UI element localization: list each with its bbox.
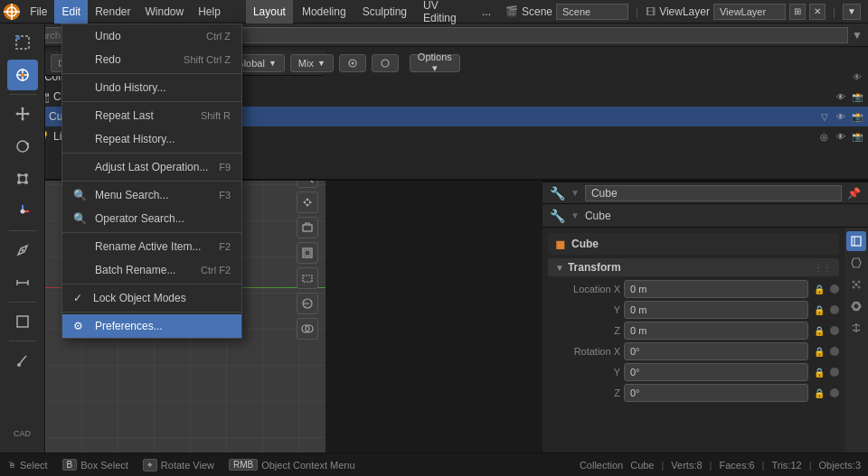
prop-tab-physics[interactable] — [846, 296, 866, 316]
tool-select-box[interactable] — [7, 27, 38, 58]
light-render-icon[interactable]: 📸 — [850, 129, 864, 144]
menu-redo[interactable]: Redo Shift Ctrl Z — [62, 48, 241, 71]
location-y-lock[interactable]: 🔒 — [812, 303, 826, 317]
cube-eye-icon[interactable]: 👁 — [834, 109, 848, 124]
cube-render-icon[interactable]: 📸 — [850, 109, 864, 124]
tool-cad[interactable]: CAD — [7, 418, 38, 449]
tab-more[interactable]: ... — [475, 0, 498, 23]
undo-shortcut: Ctrl Z — [206, 31, 231, 42]
rotation-x-input[interactable]: 0° — [624, 342, 808, 360]
rotation-z-input[interactable]: 0° — [624, 384, 808, 402]
collection-eye-icon[interactable]: 👁 — [850, 70, 864, 84]
tool-grease-pencil[interactable] — [7, 345, 38, 376]
camera-perspective-btn[interactable] — [297, 217, 318, 238]
pan-btn[interactable] — [297, 191, 318, 213]
prop-object-name-bar: ◼ Cube — [548, 233, 839, 255]
tool-move[interactable] — [7, 98, 38, 129]
menu-operator-search[interactable]: 🔍 Operator Search... — [62, 207, 241, 230]
tab-layout[interactable]: Layout — [246, 0, 293, 23]
menu-undo[interactable]: Undo Ctrl Z — [62, 24, 241, 48]
rotation-z-dot[interactable] — [830, 388, 839, 397]
menu-repeat-last[interactable]: Repeat Last Shift R — [62, 104, 241, 127]
tab-uv-editing[interactable]: UV Editing — [416, 0, 473, 23]
menu-search-icon: 🔍 — [73, 189, 88, 201]
filter-scene-btn[interactable]: ▼ — [843, 4, 861, 20]
properties-obj-header: 🔧 ▼ Cube — [542, 204, 868, 228]
overlay-btn[interactable] — [297, 318, 318, 340]
rotation-y-input[interactable]: 0° — [624, 363, 808, 381]
toggle-xray-btn[interactable] — [297, 267, 318, 289]
rename-active-label: Rename Active Item... — [95, 240, 201, 253]
svg-point-33 — [351, 61, 354, 64]
menu-file[interactable]: File — [23, 0, 54, 23]
viewport-shading-btn[interactable] — [297, 293, 318, 314]
menu-rename-active[interactable]: Rename Active Item... F2 — [62, 235, 241, 258]
tool-add-cube[interactable] — [7, 306, 38, 337]
transform-section-header[interactable]: ▼ Transform ⋮⋮ — [548, 258, 839, 276]
rotation-z-lock[interactable]: 🔒 — [812, 386, 826, 400]
menu-menu-search[interactable]: 🔍 Menu Search... F3 — [62, 183, 241, 207]
tool-cursor[interactable] — [7, 60, 38, 90]
menu-edit[interactable]: Edit — [54, 0, 88, 23]
light-eye-icon[interactable]: 👁 — [834, 129, 848, 144]
menu-adjust-last[interactable]: Adjust Last Operation... F9 — [62, 155, 241, 179]
svg-rect-69 — [305, 250, 310, 256]
tool-rotate[interactable] — [7, 131, 38, 162]
menu-repeat-history[interactable]: Repeat History... — [62, 127, 241, 151]
scene-input[interactable] — [556, 4, 628, 20]
location-z-input[interactable]: 0 m — [624, 322, 808, 340]
menu-lock-object-modes[interactable]: ✓ Lock Object Modes — [62, 286, 241, 310]
menu-render[interactable]: Render — [88, 0, 137, 23]
prop-tab-particles[interactable] — [846, 275, 866, 294]
menu-undo-history[interactable]: Undo History... — [62, 76, 241, 99]
menu-window[interactable]: Window — [138, 0, 192, 23]
svg-point-18 — [17, 173, 21, 177]
snap-btn[interactable] — [339, 54, 366, 72]
location-z-dot[interactable] — [830, 326, 839, 335]
rotation-z-label: Z — [548, 387, 620, 398]
edit-dropdown-menu: Undo Ctrl Z Redo Shift Ctrl Z Undo Histo… — [61, 23, 242, 339]
camera-eye-icon[interactable]: 👁 — [834, 89, 848, 104]
tool-scale[interactable] — [7, 163, 38, 194]
rotation-z-row: Z 0° 🔒 — [548, 384, 839, 402]
tab-sculpting[interactable]: Sculpting — [355, 0, 414, 23]
pin-icon[interactable]: 📌 — [847, 187, 861, 200]
tris-label: Tris:12 — [771, 460, 801, 471]
copy-scene-btn[interactable]: ⊞ — [789, 4, 806, 20]
location-x-dot[interactable] — [830, 285, 839, 294]
rotation-x-lock[interactable]: 🔒 — [812, 344, 826, 359]
rotation-y-dot[interactable] — [830, 368, 839, 377]
proportional-btn[interactable] — [372, 54, 399, 72]
tool-measure[interactable] — [7, 267, 38, 298]
prop-header-input[interactable] — [585, 185, 842, 201]
remove-scene-btn[interactable]: ✕ — [809, 4, 826, 20]
tab-modeling[interactable]: Modeling — [295, 0, 354, 23]
prop-tab-object[interactable] — [846, 231, 866, 251]
pivot-btn[interactable]: Mix ▼ — [290, 54, 334, 72]
menu-help[interactable]: Help — [191, 0, 228, 23]
top-menubar: File Edit Render Window Help Layout Mode… — [0, 0, 868, 23]
toggle-ortho-btn[interactable] — [297, 242, 318, 264]
statusbar-context-menu: RMB Object Context Menu — [229, 459, 355, 471]
outliner-filter-icon[interactable]: ▼ — [852, 29, 863, 42]
viewlayer-input[interactable] — [713, 4, 786, 20]
location-y-dot[interactable] — [830, 305, 839, 314]
location-x-lock[interactable]: 🔒 — [812, 282, 826, 296]
verts-label: Verts:8 — [671, 460, 702, 471]
prop-tab-modifier[interactable] — [846, 253, 866, 273]
location-x-input[interactable]: 0 m — [624, 280, 808, 298]
location-y-input[interactable]: 0 m — [624, 301, 808, 319]
svg-rect-29 — [17, 316, 28, 327]
camera-render-icon[interactable]: 📸 — [850, 89, 864, 104]
tool-annotate[interactable] — [7, 235, 38, 266]
rotation-x-dot[interactable] — [830, 347, 839, 356]
menu-batch-rename[interactable]: Batch Rename... Ctrl F2 — [62, 258, 241, 282]
prop-tab-constraints[interactable] — [846, 318, 866, 338]
tool-transform[interactable] — [7, 196, 38, 227]
select-mouse-icon: 🖱 — [7, 460, 16, 470]
rotation-y-lock[interactable]: 🔒 — [812, 365, 826, 379]
location-z-lock[interactable]: 🔒 — [812, 323, 826, 338]
menu-preferences[interactable]: ⚙ Preferences... — [62, 314, 241, 338]
blender-logo[interactable] — [0, 0, 23, 23]
options-btn[interactable]: Options ▾ — [410, 54, 460, 72]
